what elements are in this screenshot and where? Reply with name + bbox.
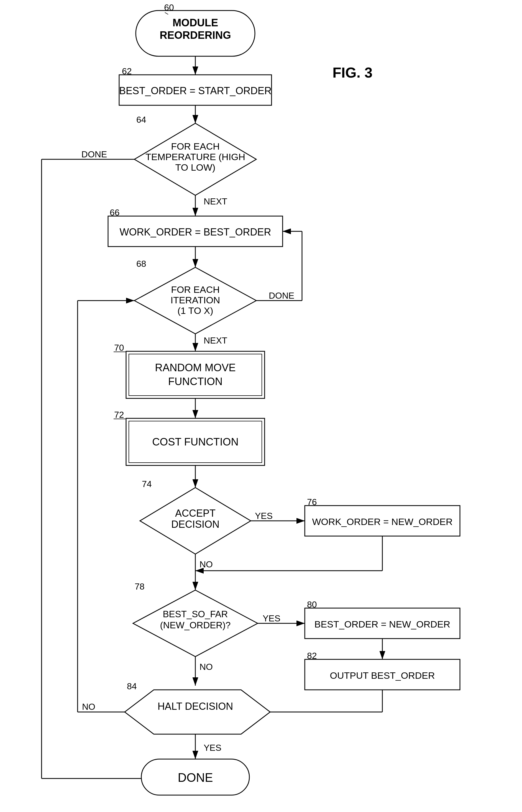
svg-text:YES: YES	[204, 743, 221, 753]
svg-text:NO: NO	[200, 559, 213, 569]
svg-text:70: 70	[114, 343, 124, 353]
svg-text:FIG. 3: FIG. 3	[333, 64, 373, 81]
svg-text:WORK_ORDER = BEST_ORDER: WORK_ORDER = BEST_ORDER	[119, 226, 271, 238]
svg-text:(1 TO X): (1 TO X)	[177, 305, 213, 316]
svg-text:HALT DECISION: HALT DECISION	[158, 701, 233, 712]
svg-text:YES: YES	[255, 511, 273, 521]
svg-marker-81	[125, 690, 270, 734]
svg-text:72: 72	[114, 410, 124, 420]
svg-text:64: 64	[136, 115, 146, 125]
svg-text:84: 84	[127, 681, 137, 691]
svg-text:YES: YES	[263, 613, 280, 623]
svg-text:62: 62	[122, 66, 132, 76]
svg-text:DONE: DONE	[269, 291, 294, 301]
svg-text:80: 80	[307, 600, 317, 609]
svg-text:NEXT: NEXT	[204, 197, 227, 206]
svg-text:NEXT: NEXT	[204, 336, 227, 345]
svg-text:NO: NO	[200, 662, 213, 672]
svg-text:COST FUNCTION: COST FUNCTION	[152, 436, 239, 448]
svg-text:FUNCTION: FUNCTION	[168, 375, 222, 387]
svg-text:BEST_SO_FAR: BEST_SO_FAR	[163, 609, 228, 619]
svg-text:OUTPUT BEST_ORDER: OUTPUT BEST_ORDER	[330, 670, 435, 681]
svg-rect-38	[129, 354, 262, 395]
svg-text:FOR EACH: FOR EACH	[171, 141, 220, 151]
svg-text:REORDERING: REORDERING	[160, 29, 231, 41]
svg-text:ACCEPT: ACCEPT	[175, 508, 216, 519]
svg-text:82: 82	[307, 651, 317, 661]
svg-text:MODULE: MODULE	[173, 17, 218, 28]
svg-text:76: 76	[307, 497, 317, 507]
svg-text:68: 68	[136, 259, 146, 269]
svg-text:78: 78	[135, 582, 145, 591]
svg-text:66: 66	[110, 207, 120, 218]
svg-text:WORK_ORDER = NEW_ORDER: WORK_ORDER = NEW_ORDER	[312, 516, 453, 527]
svg-text:DONE: DONE	[178, 771, 213, 784]
svg-text:NO: NO	[82, 702, 95, 712]
svg-text:RANDOM MOVE: RANDOM MOVE	[155, 362, 236, 373]
diagram-container: MODULE REORDERING 60 BEST_ORDER = START_…	[0, 0, 522, 812]
svg-text:TEMPERATURE (HIGH: TEMPERATURE (HIGH	[145, 151, 245, 162]
svg-text:74: 74	[142, 479, 152, 489]
svg-text:TO LOW): TO LOW)	[175, 162, 216, 172]
svg-text:FOR EACH: FOR EACH	[171, 284, 220, 295]
svg-text:ITERATION: ITERATION	[171, 295, 220, 305]
svg-text:DONE: DONE	[81, 149, 107, 159]
svg-text:60: 60	[164, 2, 174, 13]
svg-text:DECISION: DECISION	[171, 519, 219, 530]
svg-text:(NEW_ORDER)?: (NEW_ORDER)?	[160, 620, 231, 630]
svg-text:BEST_ORDER = START_ORDER: BEST_ORDER = START_ORDER	[119, 85, 272, 96]
svg-text:BEST_ORDER = NEW_ORDER: BEST_ORDER = NEW_ORDER	[315, 619, 450, 629]
